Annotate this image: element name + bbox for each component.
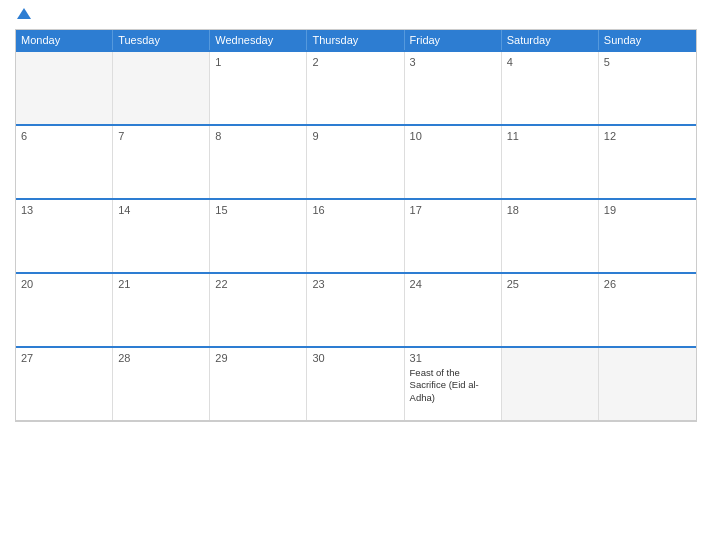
week-row: 12345: [16, 50, 696, 124]
day-number: 11: [507, 130, 593, 142]
day-number: 14: [118, 204, 204, 216]
day-cell: 13: [16, 200, 113, 272]
day-number: 7: [118, 130, 204, 142]
day-cell: 11: [502, 126, 599, 198]
day-cell: 16: [307, 200, 404, 272]
day-cell: 18: [502, 200, 599, 272]
week-row: 20212223242526: [16, 272, 696, 346]
day-number: 9: [312, 130, 398, 142]
day-cell: 30: [307, 348, 404, 420]
day-number: 1: [215, 56, 301, 68]
day-number: 17: [410, 204, 496, 216]
day-cell: 14: [113, 200, 210, 272]
day-number: 13: [21, 204, 107, 216]
day-number: 21: [118, 278, 204, 290]
day-cell: 25: [502, 274, 599, 346]
day-header: Thursday: [307, 30, 404, 50]
day-header: Monday: [16, 30, 113, 50]
day-cell: 19: [599, 200, 696, 272]
day-cell: 29: [210, 348, 307, 420]
day-header: Saturday: [502, 30, 599, 50]
day-number: 10: [410, 130, 496, 142]
day-number: 23: [312, 278, 398, 290]
logo: [15, 10, 31, 21]
day-number: 19: [604, 204, 691, 216]
day-number: 12: [604, 130, 691, 142]
day-number: 4: [507, 56, 593, 68]
day-cell: 28: [113, 348, 210, 420]
day-number: 27: [21, 352, 107, 364]
day-cell: [16, 52, 113, 124]
day-number: 16: [312, 204, 398, 216]
day-cell: 23: [307, 274, 404, 346]
day-number: 22: [215, 278, 301, 290]
day-headers: MondayTuesdayWednesdayThursdayFridaySatu…: [16, 30, 696, 50]
day-number: 6: [21, 130, 107, 142]
day-cell: 2: [307, 52, 404, 124]
day-cell: [502, 348, 599, 420]
day-cell: 27: [16, 348, 113, 420]
day-cell: 20: [16, 274, 113, 346]
day-number: 25: [507, 278, 593, 290]
calendar-container: MondayTuesdayWednesdayThursdayFridaySatu…: [0, 0, 712, 550]
day-number: 30: [312, 352, 398, 364]
day-header: Friday: [405, 30, 502, 50]
day-header: Sunday: [599, 30, 696, 50]
day-number: 3: [410, 56, 496, 68]
day-number: 15: [215, 204, 301, 216]
day-number: 8: [215, 130, 301, 142]
day-number: 31: [410, 352, 496, 364]
day-cell: 6: [16, 126, 113, 198]
day-cell: 26: [599, 274, 696, 346]
day-cell: 15: [210, 200, 307, 272]
day-cell: 22: [210, 274, 307, 346]
day-number: 5: [604, 56, 691, 68]
calendar-grid: MondayTuesdayWednesdayThursdayFridaySatu…: [15, 29, 697, 422]
day-cell: [113, 52, 210, 124]
day-cell: [599, 348, 696, 420]
header: [15, 10, 697, 21]
day-header: Wednesday: [210, 30, 307, 50]
week-row: 2728293031Feast of the Sacrifice (Eid al…: [16, 346, 696, 421]
day-cell: 21: [113, 274, 210, 346]
day-number: 28: [118, 352, 204, 364]
week-row: 13141516171819: [16, 198, 696, 272]
day-header: Tuesday: [113, 30, 210, 50]
day-cell: 17: [405, 200, 502, 272]
day-number: 2: [312, 56, 398, 68]
day-cell: 4: [502, 52, 599, 124]
day-number: 26: [604, 278, 691, 290]
logo-triangle-icon: [17, 8, 31, 19]
week-row: 6789101112: [16, 124, 696, 198]
day-number: 29: [215, 352, 301, 364]
day-cell: 1: [210, 52, 307, 124]
day-cell: 3: [405, 52, 502, 124]
day-cell: 9: [307, 126, 404, 198]
day-cell: 5: [599, 52, 696, 124]
day-cell: 7: [113, 126, 210, 198]
day-cell: 12: [599, 126, 696, 198]
day-number: 18: [507, 204, 593, 216]
day-cell: 31Feast of the Sacrifice (Eid al-Adha): [405, 348, 502, 420]
day-cell: 10: [405, 126, 502, 198]
day-cell: 24: [405, 274, 502, 346]
event-label: Feast of the Sacrifice (Eid al-Adha): [410, 367, 496, 404]
day-number: 20: [21, 278, 107, 290]
day-cell: 8: [210, 126, 307, 198]
day-number: 24: [410, 278, 496, 290]
